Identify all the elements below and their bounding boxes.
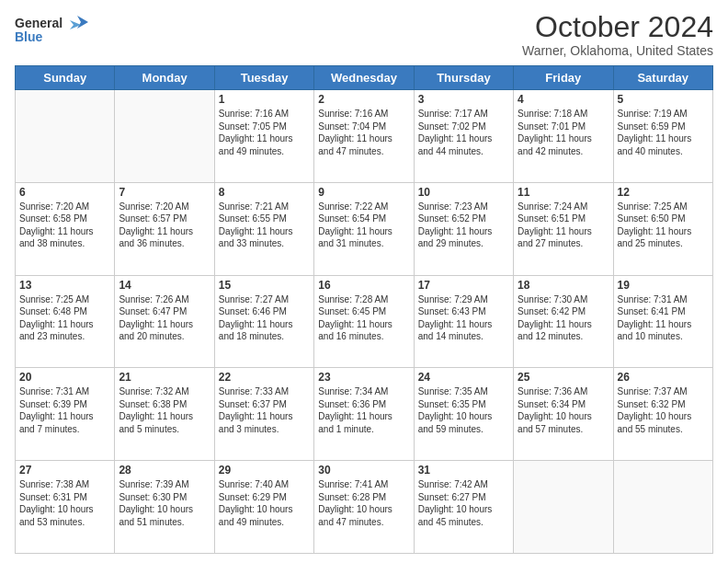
cell-sun-info: Sunrise: 7:16 AMSunset: 7:05 PMDaylight:… bbox=[219, 108, 310, 157]
calendar-cell: 23Sunrise: 7:34 AMSunset: 6:36 PMDayligh… bbox=[314, 368, 414, 461]
cell-sun-info: Sunrise: 7:35 AMSunset: 6:35 PMDaylight:… bbox=[418, 385, 509, 435]
cell-sun-info: Sunrise: 7:27 AMSunset: 6:46 PMDaylight:… bbox=[219, 293, 310, 343]
calendar-cell bbox=[613, 461, 712, 554]
calendar-cell: 17Sunrise: 7:29 AMSunset: 6:43 PMDayligh… bbox=[414, 275, 513, 368]
calendar-cell: 21Sunrise: 7:32 AMSunset: 6:38 PMDayligh… bbox=[115, 368, 214, 461]
day-number: 15 bbox=[219, 279, 310, 292]
page: General Blue October 2024 Warner, Oklaho… bbox=[0, 0, 728, 563]
calendar-cell: 4Sunrise: 7:18 AMSunset: 7:01 PMDaylight… bbox=[514, 90, 613, 183]
cell-sun-info: Sunrise: 7:38 AMSunset: 6:31 PMDaylight:… bbox=[19, 478, 110, 528]
title-area: October 2024 Warner, Oklahoma, United St… bbox=[522, 11, 713, 58]
day-number: 21 bbox=[119, 371, 210, 384]
cell-sun-info: Sunrise: 7:24 AMSunset: 6:51 PMDaylight:… bbox=[518, 201, 609, 250]
header: General Blue October 2024 Warner, Oklaho… bbox=[15, 11, 713, 58]
weekday-header-saturday: Saturday bbox=[613, 66, 712, 90]
calendar-cell: 31Sunrise: 7:42 AMSunset: 6:27 PMDayligh… bbox=[414, 461, 513, 554]
svg-marker-2 bbox=[77, 16, 88, 29]
calendar-cell: 19Sunrise: 7:31 AMSunset: 6:41 PMDayligh… bbox=[613, 275, 712, 368]
cell-sun-info: Sunrise: 7:20 AMSunset: 6:57 PMDaylight:… bbox=[119, 201, 210, 250]
day-number: 23 bbox=[318, 371, 409, 384]
day-number: 9 bbox=[318, 186, 409, 199]
cell-sun-info: Sunrise: 7:16 AMSunset: 7:04 PMDaylight:… bbox=[318, 108, 409, 157]
calendar-cell: 29Sunrise: 7:40 AMSunset: 6:29 PMDayligh… bbox=[214, 461, 313, 554]
day-number: 24 bbox=[418, 371, 509, 384]
day-number: 29 bbox=[219, 464, 310, 477]
cell-sun-info: Sunrise: 7:17 AMSunset: 7:02 PMDaylight:… bbox=[418, 108, 509, 157]
calendar-cell: 11Sunrise: 7:24 AMSunset: 6:51 PMDayligh… bbox=[514, 182, 613, 275]
day-number: 26 bbox=[618, 371, 709, 384]
day-number: 12 bbox=[618, 186, 709, 199]
calendar-cell: 25Sunrise: 7:36 AMSunset: 6:34 PMDayligh… bbox=[514, 368, 613, 461]
cell-sun-info: Sunrise: 7:22 AMSunset: 6:54 PMDaylight:… bbox=[318, 201, 409, 250]
day-number: 25 bbox=[518, 371, 609, 384]
svg-marker-3 bbox=[70, 20, 81, 29]
day-number: 16 bbox=[318, 279, 409, 292]
weekday-header-sunday: Sunday bbox=[16, 66, 115, 90]
cell-sun-info: Sunrise: 7:39 AMSunset: 6:30 PMDaylight:… bbox=[119, 478, 210, 528]
day-number: 6 bbox=[19, 186, 110, 199]
calendar-week-3: 13Sunrise: 7:25 AMSunset: 6:48 PMDayligh… bbox=[16, 275, 713, 368]
cell-sun-info: Sunrise: 7:32 AMSunset: 6:38 PMDaylight:… bbox=[119, 385, 210, 435]
cell-sun-info: Sunrise: 7:25 AMSunset: 6:50 PMDaylight:… bbox=[618, 201, 709, 250]
cell-sun-info: Sunrise: 7:28 AMSunset: 6:45 PMDaylight:… bbox=[318, 293, 409, 343]
calendar-table: SundayMondayTuesdayWednesdayThursdayFrid… bbox=[15, 65, 713, 554]
calendar-cell: 18Sunrise: 7:30 AMSunset: 6:42 PMDayligh… bbox=[514, 275, 613, 368]
day-number: 14 bbox=[119, 279, 210, 292]
calendar-cell: 16Sunrise: 7:28 AMSunset: 6:45 PMDayligh… bbox=[314, 275, 414, 368]
logo: General Blue bbox=[15, 11, 88, 52]
cell-sun-info: Sunrise: 7:36 AMSunset: 6:34 PMDaylight:… bbox=[518, 385, 609, 435]
calendar-cell: 8Sunrise: 7:21 AMSunset: 6:55 PMDaylight… bbox=[214, 182, 313, 275]
day-number: 17 bbox=[418, 279, 509, 292]
day-number: 22 bbox=[219, 371, 310, 384]
day-number: 4 bbox=[518, 93, 609, 106]
calendar-cell: 10Sunrise: 7:23 AMSunset: 6:52 PMDayligh… bbox=[414, 182, 513, 275]
cell-sun-info: Sunrise: 7:33 AMSunset: 6:37 PMDaylight:… bbox=[219, 385, 310, 435]
calendar-week-2: 6Sunrise: 7:20 AMSunset: 6:58 PMDaylight… bbox=[16, 182, 713, 275]
day-number: 30 bbox=[318, 464, 409, 477]
day-number: 11 bbox=[518, 186, 609, 199]
calendar-cell: 6Sunrise: 7:20 AMSunset: 6:58 PMDaylight… bbox=[16, 182, 115, 275]
calendar-cell: 20Sunrise: 7:31 AMSunset: 6:39 PMDayligh… bbox=[16, 368, 115, 461]
weekday-header-wednesday: Wednesday bbox=[314, 66, 414, 90]
weekday-header-monday: Monday bbox=[115, 66, 214, 90]
calendar-cell: 5Sunrise: 7:19 AMSunset: 6:59 PMDaylight… bbox=[613, 90, 712, 183]
calendar-cell: 30Sunrise: 7:41 AMSunset: 6:28 PMDayligh… bbox=[314, 461, 414, 554]
cell-sun-info: Sunrise: 7:30 AMSunset: 6:42 PMDaylight:… bbox=[518, 293, 609, 343]
calendar-cell: 26Sunrise: 7:37 AMSunset: 6:32 PMDayligh… bbox=[613, 368, 712, 461]
day-number: 7 bbox=[119, 186, 210, 199]
calendar-cell: 3Sunrise: 7:17 AMSunset: 7:02 PMDaylight… bbox=[414, 90, 513, 183]
cell-sun-info: Sunrise: 7:25 AMSunset: 6:48 PMDaylight:… bbox=[19, 293, 110, 343]
day-number: 3 bbox=[418, 93, 509, 106]
day-number: 27 bbox=[19, 464, 110, 477]
cell-sun-info: Sunrise: 7:23 AMSunset: 6:52 PMDaylight:… bbox=[418, 201, 509, 250]
svg-text:General: General bbox=[15, 16, 63, 30]
weekday-header-friday: Friday bbox=[514, 66, 613, 90]
day-number: 19 bbox=[618, 279, 709, 292]
weekday-header-tuesday: Tuesday bbox=[214, 66, 313, 90]
cell-sun-info: Sunrise: 7:42 AMSunset: 6:27 PMDaylight:… bbox=[418, 478, 509, 528]
cell-sun-info: Sunrise: 7:21 AMSunset: 6:55 PMDaylight:… bbox=[219, 201, 310, 250]
cell-sun-info: Sunrise: 7:18 AMSunset: 7:01 PMDaylight:… bbox=[518, 108, 609, 157]
month-title: October 2024 bbox=[522, 11, 713, 43]
day-number: 20 bbox=[19, 371, 110, 384]
calendar-cell: 22Sunrise: 7:33 AMSunset: 6:37 PMDayligh… bbox=[214, 368, 313, 461]
day-number: 31 bbox=[418, 464, 509, 477]
day-number: 13 bbox=[19, 279, 110, 292]
cell-sun-info: Sunrise: 7:20 AMSunset: 6:58 PMDaylight:… bbox=[19, 201, 110, 250]
day-number: 8 bbox=[219, 186, 310, 199]
cell-sun-info: Sunrise: 7:29 AMSunset: 6:43 PMDaylight:… bbox=[418, 293, 509, 343]
cell-sun-info: Sunrise: 7:41 AMSunset: 6:28 PMDaylight:… bbox=[318, 478, 409, 528]
day-number: 18 bbox=[518, 279, 609, 292]
day-number: 10 bbox=[418, 186, 509, 199]
calendar-cell: 27Sunrise: 7:38 AMSunset: 6:31 PMDayligh… bbox=[16, 461, 115, 554]
cell-sun-info: Sunrise: 7:34 AMSunset: 6:36 PMDaylight:… bbox=[318, 385, 409, 435]
cell-sun-info: Sunrise: 7:31 AMSunset: 6:39 PMDaylight:… bbox=[19, 385, 110, 435]
calendar-cell bbox=[16, 90, 115, 183]
calendar-cell: 7Sunrise: 7:20 AMSunset: 6:57 PMDaylight… bbox=[115, 182, 214, 275]
calendar-week-4: 20Sunrise: 7:31 AMSunset: 6:39 PMDayligh… bbox=[16, 368, 713, 461]
day-number: 2 bbox=[318, 93, 409, 106]
svg-text:Blue: Blue bbox=[15, 29, 43, 44]
day-number: 1 bbox=[219, 93, 310, 106]
cell-sun-info: Sunrise: 7:31 AMSunset: 6:41 PMDaylight:… bbox=[618, 293, 709, 343]
location: Warner, Oklahoma, United States bbox=[522, 43, 713, 58]
